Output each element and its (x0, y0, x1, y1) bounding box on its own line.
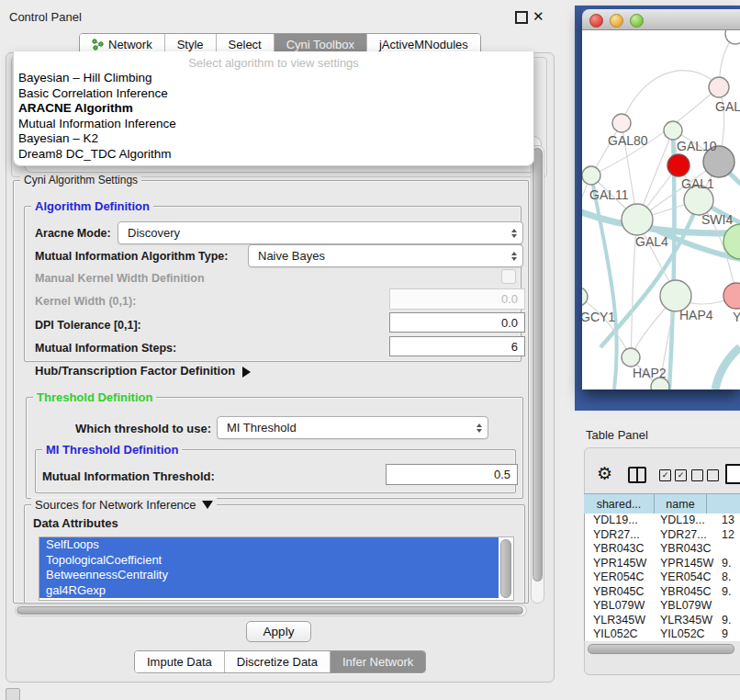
table-row[interactable]: YBL079W YBL079W (585, 599, 740, 614)
network-node-hap2 (622, 348, 640, 367)
tab-discretize-data[interactable]: Discretize Data (224, 651, 330, 672)
algorithm-dropdown-placeholder: Select algorithm to view settings (14, 55, 533, 71)
scrollbar-thumb[interactable] (533, 148, 543, 581)
attribute-item[interactable]: SelfLoops (39, 537, 499, 553)
node-label: GAL4 (635, 234, 668, 249)
list-scrollbar[interactable] (500, 539, 511, 598)
algorithm-dropdown-popup: Select algorithm to view settings Bayesi… (13, 51, 534, 166)
mi-threshold-field[interactable]: 0.5 (386, 464, 518, 485)
node-label: GAL1 (681, 176, 714, 191)
split-panel-icon[interactable] (628, 467, 646, 483)
gear-icon[interactable]: ⚙ (597, 465, 612, 483)
control-panel-title: Control Panel (9, 10, 82, 24)
mi-threshold-label: Mutual Information Threshold: (42, 469, 215, 483)
network-canvas[interactable]: GAL80 GAL10 GAL1 GAL11 GAL4 SWI4 GCY1 HA… (582, 30, 740, 390)
network-node-gal4 (622, 204, 653, 235)
stepper-icon (506, 226, 517, 241)
table-row[interactable]: YBR045C YBR045C 9. (585, 585, 740, 600)
threshold-definition-title: Threshold Definition (33, 390, 156, 404)
table-row[interactable]: YDL19... YDL19... 13 (585, 514, 740, 528)
which-threshold-label: Which threshold to use: (75, 422, 211, 435)
table-horizontal-scrollbar[interactable] (588, 644, 734, 654)
minimized-panel-icon[interactable] (6, 688, 20, 700)
algorithm-option[interactable]: Bayesian – K2 (14, 131, 533, 147)
node-label: Y (733, 310, 740, 324)
apply-button[interactable]: Apply (246, 621, 311, 642)
network-node (664, 121, 682, 140)
kernel-width-field[interactable]: 0.0 (389, 288, 525, 310)
select-all-icon[interactable]: ✓ ✓ (659, 469, 687, 481)
table-row[interactable]: YER054C YER054C 8. (585, 570, 740, 585)
network-node-selected (667, 154, 690, 176)
attribute-item[interactable]: gal4RGexp (39, 583, 499, 599)
expand-icon (242, 367, 256, 378)
data-attributes-list[interactable]: SelfLoops TopologicalCoefficient Between… (39, 536, 514, 601)
settings-horizontal-scrollbar[interactable] (15, 604, 527, 616)
mi-type-select[interactable]: Naive Bayes (248, 244, 523, 267)
kernel-width-label: Kernel Width (0,1): (35, 295, 136, 308)
close-icon[interactable]: ✕ (533, 9, 544, 23)
algorithm-definition-title: Algorithm Definition (31, 199, 153, 213)
network-node-hap4 (660, 280, 691, 311)
column-header-extra[interactable] (707, 493, 740, 514)
aracne-mode-select[interactable]: Discovery (118, 221, 523, 244)
tab-network-label: Network (108, 38, 152, 51)
table-row[interactable]: YBR043C YBR043C (585, 542, 740, 557)
network-node (612, 114, 631, 132)
window-zoom-icon[interactable] (630, 14, 644, 28)
attribute-item[interactable]: TopologicalCoefficient (39, 553, 499, 569)
manual-kernel-label: Manual Kernel Width Definition (35, 272, 205, 285)
aracne-mode-label: Aracne Mode: (35, 227, 111, 240)
table-row[interactable]: YLR345W YLR345W 9. (585, 614, 740, 628)
table-row[interactable]: YPR145W YPR145W 9. (585, 557, 740, 571)
bottom-tabbar: Impute Data Discretize Data Infer Networ… (134, 650, 426, 673)
settings-vertical-scrollbar[interactable] (531, 145, 544, 604)
stepper-icon (506, 249, 517, 264)
network-node (709, 77, 729, 97)
collapse-icon (202, 501, 213, 514)
window-minimize-icon[interactable] (610, 14, 623, 28)
node-label: SWI4 (701, 212, 733, 227)
stepper-icon (471, 421, 482, 435)
tab-infer-network[interactable]: Infer Network (330, 651, 425, 672)
dpi-tolerance-label: DPI Tolerance [0,1]: (35, 319, 141, 332)
manual-kernel-checkbox[interactable] (501, 269, 516, 284)
data-attributes-label: Data Attributes (33, 516, 118, 530)
network-window: GAL80 GAL10 GAL1 GAL11 GAL4 SWI4 GCY1 HA… (582, 9, 740, 390)
node-label: GAL11 (589, 187, 629, 202)
node-table[interactable]: YDL19... YDL19... 13 YDR27... YDR27... 1… (584, 514, 740, 641)
network-node (723, 283, 740, 309)
table-row[interactable]: YDR27... YDR27... 12 (585, 528, 740, 543)
table-panel-title: Table Panel (586, 428, 648, 442)
algorithm-option[interactable]: Basic Correlation Inference (14, 86, 533, 102)
network-node (725, 30, 740, 44)
hub-definition-toggle[interactable]: Hub/Transcription Factor Definition (35, 364, 256, 378)
float-window-icon[interactable] (515, 11, 528, 24)
algorithm-option[interactable]: Bayesian – Hill Climbing (14, 71, 533, 86)
document-icon[interactable] (725, 464, 740, 484)
attribute-item[interactable]: BetweennessCentrality (39, 568, 499, 583)
node-label: GAL10 (677, 139, 717, 153)
scrollbar-thumb[interactable] (17, 606, 523, 615)
algorithm-option[interactable]: Dream8 DC_TDC Algorithm (14, 147, 533, 163)
algorithm-option-selected[interactable]: ARACNE Algorithm (14, 101, 533, 117)
mi-steps-field[interactable]: 6 (389, 336, 525, 356)
deselect-all-icon[interactable] (691, 469, 719, 481)
column-header-name[interactable]: name (655, 493, 707, 514)
cyni-settings-title: Cyni Algorithm Settings (20, 174, 141, 186)
mi-type-label: Mutual Information Algorithm Type: (35, 250, 228, 263)
window-close-icon[interactable] (589, 14, 603, 28)
dpi-tolerance-field[interactable]: 0.0 (389, 312, 525, 333)
node-label: GCY1 (582, 310, 615, 324)
table-row[interactable]: YIL052C YIL052C 9 (585, 627, 740, 641)
column-header-shared[interactable]: shared... (584, 493, 655, 514)
network-node-gal11 (582, 166, 600, 185)
node-label: HAP4 (679, 308, 713, 322)
node-label: HAP2 (633, 366, 667, 380)
algorithm-option[interactable]: Mutual Information Inference (14, 117, 533, 132)
which-threshold-select[interactable]: MI Threshold (217, 416, 488, 439)
tab-impute-data[interactable]: Impute Data (135, 651, 224, 672)
network-window-titlebar[interactable] (582, 9, 740, 30)
sources-title[interactable]: Sources for Network Inference (31, 498, 217, 514)
screen: Control Panel ✕ Network Style Select Cyn… (0, 0, 740, 700)
